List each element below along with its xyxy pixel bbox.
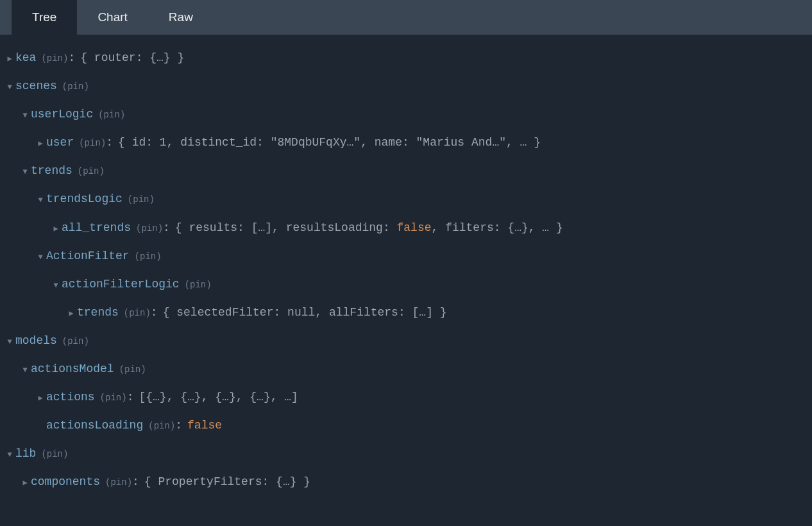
pin-button[interactable]: (pin) bbox=[135, 246, 162, 267]
caret-down-icon[interactable]: ▼ bbox=[19, 106, 31, 125]
caret-down-icon[interactable]: ▼ bbox=[4, 78, 15, 97]
pin-button[interactable]: (pin) bbox=[124, 302, 151, 324]
tree-row: ▼actionsModel(pin) bbox=[4, 355, 808, 383]
caret-down-icon[interactable]: ▼ bbox=[4, 333, 15, 352]
tree-key[interactable]: scenes bbox=[15, 72, 57, 100]
caret-right-icon[interactable]: ▶ bbox=[50, 220, 62, 239]
pin-button[interactable]: (pin) bbox=[78, 160, 105, 182]
tree-key[interactable]: lib bbox=[15, 439, 36, 468]
tree-key[interactable]: all_trends bbox=[62, 214, 131, 242]
tree-key[interactable]: actionsModel bbox=[31, 355, 114, 383]
caret-down-icon[interactable]: ▼ bbox=[35, 248, 46, 267]
tree-key[interactable]: components bbox=[31, 468, 100, 496]
tree-row: ▶actionsLoading(pin):false bbox=[4, 411, 808, 439]
tree-row: ▶all_trends(pin):{ results: […], results… bbox=[4, 214, 808, 242]
colon: : bbox=[127, 383, 134, 411]
tree-row: ▼models(pin) bbox=[4, 327, 808, 355]
tree-row: ▶kea(pin):{ router: {…} } bbox=[4, 44, 808, 72]
tree-key[interactable]: user bbox=[46, 128, 74, 157]
tree-key[interactable]: userLogic bbox=[31, 100, 93, 128]
colon: : bbox=[163, 214, 170, 242]
tree-value[interactable]: { results: […], resultsLoading: false, f… bbox=[175, 214, 563, 242]
caret-right-icon[interactable]: ▶ bbox=[19, 474, 31, 493]
caret-down-icon[interactable]: ▼ bbox=[4, 446, 15, 464]
tree-row: ▼userLogic(pin) bbox=[4, 100, 808, 128]
state-tree: ▶kea(pin):{ router: {…} }▼scenes(pin)▼us… bbox=[0, 35, 812, 505]
tree-value[interactable]: { router: {…} } bbox=[80, 44, 184, 72]
caret-down-icon[interactable]: ▼ bbox=[50, 276, 62, 295]
caret-down-icon[interactable]: ▼ bbox=[19, 163, 31, 182]
caret-right-icon[interactable]: ▶ bbox=[35, 135, 46, 153]
tree-row: ▼ActionFilter(pin) bbox=[4, 242, 808, 270]
pin-button[interactable]: (pin) bbox=[100, 387, 127, 409]
tree-value[interactable]: [{…}, {…}, {…}, {…}, …] bbox=[139, 383, 298, 411]
pin-button[interactable]: (pin) bbox=[128, 189, 155, 210]
pin-button[interactable]: (pin) bbox=[41, 443, 68, 465]
caret-right-icon[interactable]: ▶ bbox=[65, 305, 77, 323]
tree-row: ▼trends(pin) bbox=[4, 157, 808, 185]
pin-button[interactable]: (pin) bbox=[105, 471, 132, 493]
tree-value[interactable]: { id: 1, distinct_id: "8MDqbUFqXy…", nam… bbox=[118, 128, 541, 157]
tree-value[interactable]: { selectedFilter: null, allFilters: […] … bbox=[163, 298, 447, 327]
pin-button[interactable]: (pin) bbox=[62, 76, 89, 98]
tab-bar: Tree Chart Raw bbox=[0, 0, 812, 35]
colon: : bbox=[151, 298, 158, 327]
tree-key[interactable]: trends bbox=[31, 157, 72, 185]
pin-button[interactable]: (pin) bbox=[62, 330, 89, 352]
tree-row: ▼lib(pin) bbox=[4, 439, 808, 468]
tree-row: ▼scenes(pin) bbox=[4, 72, 808, 100]
tree-key[interactable]: actions bbox=[46, 383, 95, 411]
tree-row: ▼actionFilterLogic(pin) bbox=[4, 270, 808, 298]
tree-key[interactable]: trendsLogic bbox=[46, 185, 123, 213]
pin-button[interactable]: (pin) bbox=[119, 359, 146, 380]
tree-key[interactable]: trends bbox=[77, 298, 119, 327]
caret-down-icon[interactable]: ▼ bbox=[35, 191, 46, 210]
tree-key[interactable]: actionFilterLogic bbox=[62, 270, 180, 298]
tree-row: ▶actions(pin):[{…}, {…}, {…}, {…}, …] bbox=[4, 383, 808, 411]
tree-key[interactable]: ActionFilter bbox=[46, 242, 130, 270]
tree-row: ▶trends(pin):{ selectedFilter: null, all… bbox=[4, 298, 808, 327]
tree-key[interactable]: kea bbox=[15, 44, 36, 72]
colon: : bbox=[68, 44, 75, 72]
tree-key[interactable]: actionsLoading bbox=[46, 411, 143, 439]
caret-right-icon[interactable]: ▶ bbox=[35, 389, 46, 408]
pin-button[interactable]: (pin) bbox=[41, 47, 68, 69]
caret-right-icon[interactable]: ▶ bbox=[4, 50, 15, 69]
tab-raw[interactable]: Raw bbox=[148, 0, 214, 35]
colon: : bbox=[132, 468, 139, 496]
tab-tree[interactable]: Tree bbox=[12, 0, 77, 35]
colon: : bbox=[106, 128, 113, 157]
tree-value[interactable]: { PropertyFilters: {…} } bbox=[144, 468, 310, 496]
tree-row: ▼trendsLogic(pin) bbox=[4, 185, 808, 213]
pin-button[interactable]: (pin) bbox=[148, 415, 175, 437]
pin-button[interactable]: (pin) bbox=[79, 132, 106, 154]
tree-row: ▶user(pin):{ id: 1, distinct_id: "8MDqbU… bbox=[4, 128, 808, 157]
tree-row: ▶components(pin):{ PropertyFilters: {…} … bbox=[4, 468, 808, 496]
tab-chart[interactable]: Chart bbox=[77, 0, 148, 35]
pin-button[interactable]: (pin) bbox=[136, 217, 163, 239]
tree-key[interactable]: models bbox=[15, 327, 57, 355]
colon: : bbox=[175, 411, 182, 439]
tree-value[interactable]: false bbox=[187, 411, 222, 439]
pin-button[interactable]: (pin) bbox=[98, 104, 125, 126]
pin-button[interactable]: (pin) bbox=[185, 274, 212, 296]
caret-down-icon[interactable]: ▼ bbox=[19, 361, 31, 380]
